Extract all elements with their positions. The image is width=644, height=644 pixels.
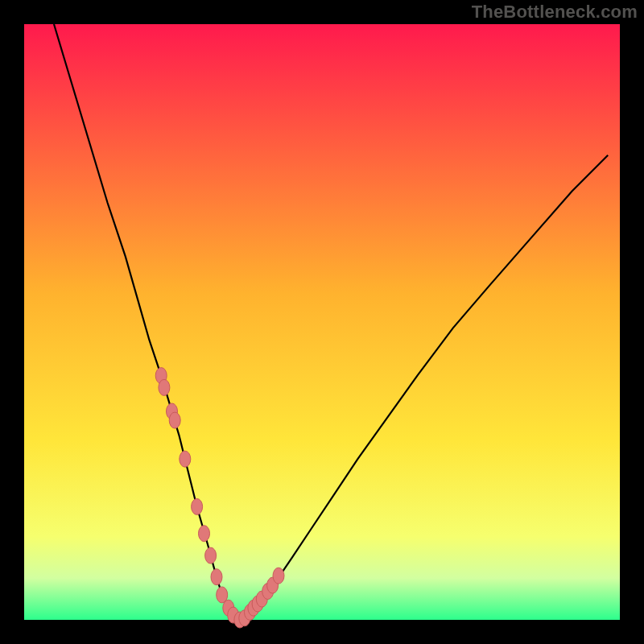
curve-marker [199, 526, 210, 542]
bottleneck-chart [0, 0, 644, 644]
watermark-label: TheBottleneck.com [472, 2, 638, 23]
curve-marker [273, 568, 284, 584]
curve-marker [211, 569, 222, 585]
curve-marker [205, 547, 217, 564]
curve-marker [180, 451, 191, 467]
curve-marker [192, 498, 203, 514]
chart-container: TheBottleneck.com [0, 0, 644, 644]
curve-marker [169, 412, 180, 428]
plot-area [24, 24, 620, 620]
curve-marker [159, 379, 170, 395]
